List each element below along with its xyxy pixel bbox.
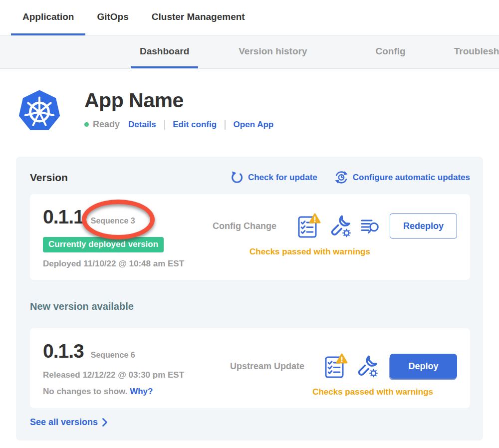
available-sequence-label: Sequence 6 [91,351,135,359]
version-source-label: Config Change [213,221,276,231]
primary-nav: Application GitOps Cluster Management [0,0,499,36]
check-for-update-link[interactable]: Check for update [231,171,317,184]
configure-automatic-updates-link[interactable]: Configure automatic updates [334,171,470,184]
redeploy-button[interactable]: Redeploy [390,214,457,238]
version-source-label: Upstream Update [230,361,304,372]
current-version-number: 0.1.1 [43,206,84,228]
version-panel-title: Version [30,172,68,184]
app-name-title: App Name [84,89,273,112]
open-app-link[interactable]: Open App [234,120,274,130]
released-timestamp: Released 12/12/22 @ 03:30 pm EST [43,370,230,380]
app-status-text: Ready [93,119,120,130]
chevron-right-icon [102,418,108,427]
kubernetes-logo-icon [17,88,61,133]
check-for-update-label: Check for update [248,173,317,183]
wrench-gear-icon[interactable] [357,355,379,378]
tab-troubleshoot[interactable]: Troubleshoot [445,36,499,68]
version-panel: Version Check for update Configure [16,157,483,441]
divider [225,120,226,130]
tab-config[interactable]: Config [367,36,415,68]
wrench-gear-icon[interactable] [330,215,352,237]
edit-config-link[interactable]: Edit config [173,120,217,130]
clock-refresh-icon [334,171,348,184]
app-header: App Name Ready Details Edit config Open … [0,69,499,133]
new-version-available-heading: New version available [30,301,470,312]
why-link[interactable]: Why? [130,387,153,396]
refresh-icon [231,171,244,184]
available-version-number: 0.1.3 [43,340,84,362]
tab-dashboard[interactable]: Dashboard [131,36,198,68]
preflight-checklist-warning-icon[interactable] [324,353,348,379]
preflight-checks-status: Checks passed with warnings [312,387,433,397]
deploy-button[interactable]: Deploy [390,354,457,379]
preflight-checklist-warning-icon[interactable] [297,213,321,239]
deployed-timestamp: Deployed 11/10/22 @ 10:48 am EST [43,259,213,269]
details-link[interactable]: Details [128,120,156,130]
status-ready-dot-icon [84,122,89,127]
divider [164,120,165,130]
configure-automatic-updates-label: Configure automatic updates [353,173,470,183]
diff-view-icon[interactable] [361,218,379,234]
preflight-checks-status: Checks passed with warnings [250,247,370,257]
available-version-card: 0.1.3 Sequence 6 Released 12/12/22 @ 03:… [30,328,470,408]
app-sub-nav: Dashboard Version history Config Trouble… [0,36,499,69]
tab-gitops[interactable]: GitOps [85,0,140,35]
current-version-card: 0.1.1 Sequence 3 Currently deployed vers… [30,194,470,280]
tab-cluster-management[interactable]: Cluster Management [140,0,256,35]
no-changes-text: No changes to show. [43,387,127,396]
currently-deployed-badge: Currently deployed version [43,237,164,252]
tab-application[interactable]: Application [11,0,85,35]
tab-version-history[interactable]: Version history [230,36,316,68]
current-sequence-label: Sequence 3 [91,217,135,225]
see-all-versions-label: See all versions [30,417,98,428]
see-all-versions-link[interactable]: See all versions [30,417,108,428]
